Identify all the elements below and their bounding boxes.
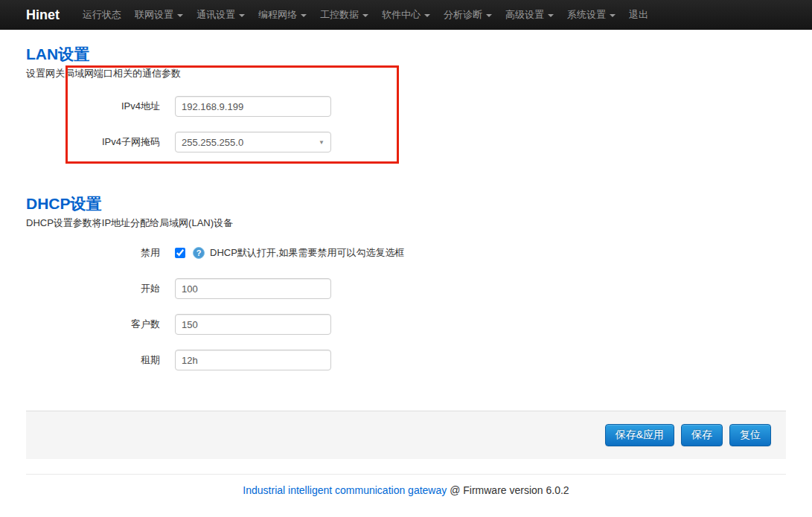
chevron-down-icon xyxy=(424,14,430,17)
lan-form: IPv4地址 IPv4子网掩码 255.255.255.0 ▼ xyxy=(26,96,786,152)
chevron-down-icon xyxy=(486,14,492,17)
dhcp-form: 禁用 ? DHCP默认打开,如果需要禁用可以勾选复选框 开始 客户数 租期 xyxy=(26,245,786,370)
form-actions-bar: 保存&应用 保存 复位 xyxy=(26,411,786,459)
nav-item-running-status[interactable]: 运行状态 xyxy=(76,0,128,30)
nav-item-system-settings[interactable]: 系统设置 xyxy=(560,0,622,30)
ipv4-address-input[interactable] xyxy=(175,96,331,117)
nav-item-label: 联网设置 xyxy=(135,8,173,22)
chevron-down-icon xyxy=(548,14,554,17)
reset-button[interactable]: 复位 xyxy=(729,424,771,446)
nav-item-label: 软件中心 xyxy=(382,8,421,22)
lan-section-description: 设置网关局域网端口相关的通信参数 xyxy=(26,68,786,80)
dhcp-clients-input[interactable] xyxy=(175,314,331,335)
dhcp-lease-row: 租期 xyxy=(26,350,786,370)
nav-item-label: 退出 xyxy=(629,8,648,22)
ipv4-address-label: IPv4地址 xyxy=(26,100,160,113)
chevron-down-icon xyxy=(177,14,183,17)
dhcp-clients-label: 客户数 xyxy=(26,318,160,331)
nav-item-label: 系统设置 xyxy=(567,8,606,22)
lan-section-title: LAN设置 xyxy=(26,45,786,64)
dhcp-disable-row: 禁用 ? DHCP默认打开,如果需要禁用可以勾选复选框 xyxy=(26,245,786,260)
dhcp-lease-input[interactable] xyxy=(175,350,331,370)
nav-item-programming-network[interactable]: 编程网络 xyxy=(252,0,313,30)
chevron-down-icon xyxy=(301,14,307,17)
chevron-down-icon xyxy=(610,14,616,17)
gateway-footer-link[interactable]: Industrial intelligent communication gat… xyxy=(243,484,447,496)
nav-item-label: 分析诊断 xyxy=(444,8,482,22)
nav-item-label: 编程网络 xyxy=(258,8,297,22)
ipv4-netmask-row: IPv4子网掩码 255.255.255.0 ▼ xyxy=(26,132,786,152)
nav-item-logout[interactable]: 退出 xyxy=(622,0,655,30)
save-apply-button[interactable]: 保存&应用 xyxy=(605,424,674,446)
top-navbar: Hinet 运行状态 联网设置 通讯设置 编程网络 工控数据 软件中心 分析诊断… xyxy=(0,0,812,30)
ipv4-address-row: IPv4地址 xyxy=(26,96,786,117)
nav-item-analysis-diagnosis[interactable]: 分析诊断 xyxy=(437,0,499,30)
nav-item-network-settings[interactable]: 联网设置 xyxy=(128,0,190,30)
nav-item-label: 运行状态 xyxy=(83,8,121,22)
chevron-down-icon xyxy=(362,14,368,17)
nav-item-label: 工控数据 xyxy=(320,8,359,22)
main-content: LAN设置 设置网关局域网端口相关的通信参数 IPv4地址 IPv4子网掩码 2… xyxy=(0,45,812,370)
nav-item-software-center[interactable]: 软件中心 xyxy=(375,0,437,30)
nav-item-communication-settings[interactable]: 通讯设置 xyxy=(190,0,252,30)
dhcp-start-label: 开始 xyxy=(26,282,160,295)
dhcp-start-row: 开始 xyxy=(26,278,786,299)
dhcp-disable-checkbox[interactable] xyxy=(175,248,185,258)
nav-item-label: 通讯设置 xyxy=(196,8,235,22)
page-footer: Industrial intelligent communication gat… xyxy=(0,484,812,496)
chevron-down-icon xyxy=(239,14,245,17)
ipv4-netmask-selected-value: 255.255.255.0 xyxy=(182,137,243,148)
nav-item-advanced-settings[interactable]: 高级设置 xyxy=(499,0,560,30)
firmware-version-text: @ Firmware version 6.0.2 xyxy=(447,484,569,496)
dhcp-section-title: DHCP设置 xyxy=(26,194,786,213)
nav-item-label: 高级设置 xyxy=(505,8,544,22)
select-caret-icon: ▼ xyxy=(319,139,325,146)
nav-item-industrial-data[interactable]: 工控数据 xyxy=(313,0,375,30)
dhcp-disable-hint: DHCP默认打开,如果需要禁用可以勾选复选框 xyxy=(210,246,404,260)
brand-logo[interactable]: Hinet xyxy=(26,7,60,23)
save-button[interactable]: 保存 xyxy=(681,424,723,446)
ipv4-netmask-select[interactable]: 255.255.255.0 ▼ xyxy=(175,132,331,152)
dhcp-lease-label: 租期 xyxy=(26,353,160,367)
dhcp-disable-label: 禁用 xyxy=(26,246,160,260)
footer-divider xyxy=(26,474,786,475)
dhcp-clients-row: 客户数 xyxy=(26,314,786,335)
ipv4-netmask-label: IPv4子网掩码 xyxy=(26,135,160,149)
dhcp-start-input[interactable] xyxy=(175,278,331,299)
dhcp-section-description: DHCP设置参数将IP地址分配给局域网(LAN)设备 xyxy=(26,217,786,229)
help-question-icon: ? xyxy=(193,247,205,259)
